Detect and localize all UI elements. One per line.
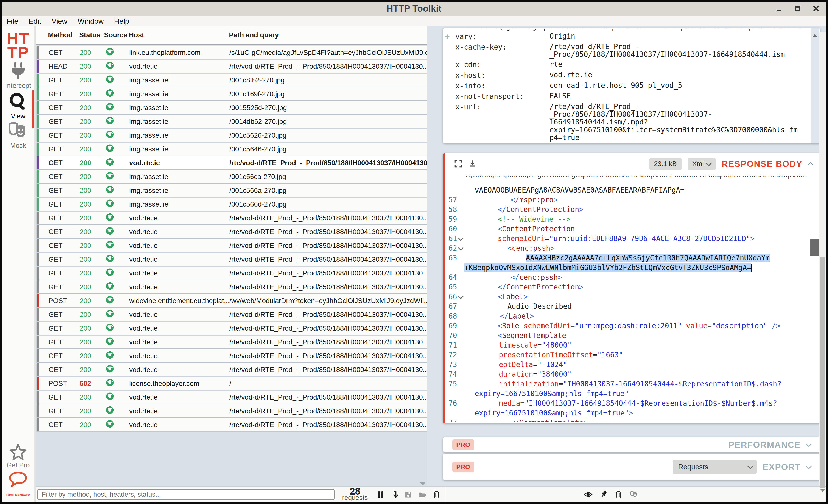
request-row[interactable]: GET 200 vod.rte.ie /rte/vod-d/RTE_Prod_-… <box>37 363 427 376</box>
headers-scrollbar[interactable] <box>811 28 819 143</box>
trash-icon[interactable] <box>433 491 440 499</box>
column-header[interactable]: Method <box>48 31 79 39</box>
eye-icon[interactable] <box>584 491 592 498</box>
request-row[interactable]: GET 200 vod.rte.ie /rte/vod-d/RTE_Prod_-… <box>37 308 427 321</box>
code-line: expiry=1667510100&amp;hls_fmp4=true"> <box>445 408 808 418</box>
request-host: img.rasset.ie <box>129 145 230 153</box>
code-editor[interactable]: mQBhAGQAZQBhAGQAYgBlAGUAZgBqAHkAZwBwAHEA… <box>445 175 808 422</box>
header-row: + vary: Origin <box>443 32 807 41</box>
scroll-down-icon[interactable] <box>390 490 398 499</box>
request-path: /001c56ca-270.jpg <box>230 173 427 181</box>
request-row[interactable]: GET 200 vod.rte.ie /rte/vod-d/RTE_Prod_-… <box>37 156 427 169</box>
request-row[interactable]: GET 200 vod.rte.ie /rte/vod-d/RTE_Prod_-… <box>37 336 427 348</box>
collapse-section-icon[interactable] <box>808 162 813 168</box>
request-row[interactable]: GET 200 vod.rte.ie /rte/vod-d/RTE_Prod_-… <box>37 281 427 293</box>
close-button[interactable] <box>813 5 820 12</box>
request-path: /rte/vod-d/RTE_Prod_-_Prod/850/188/IH000… <box>230 269 427 277</box>
scroll-up-arrow[interactable] <box>813 34 817 37</box>
pin-icon[interactable] <box>600 491 608 499</box>
request-row[interactable]: GET 200 vod.rte.ie /rte/vod-d/RTE_Prod_-… <box>37 211 427 224</box>
line-number: 71 <box>445 340 457 350</box>
format-dropdown[interactable]: Xml <box>688 158 715 170</box>
column-header[interactable]: Status <box>79 31 104 39</box>
export-section[interactable]: PRO Requests EXPORT <box>443 454 820 480</box>
request-status: 200 <box>80 76 105 84</box>
list-scroll-down-arrow[interactable] <box>420 482 426 486</box>
request-row[interactable]: GET 200 vod.rte.ie /rte/vod-d/RTE_Prod_-… <box>37 239 427 252</box>
sidebar-item-intercept[interactable]: Intercept <box>2 62 35 90</box>
column-header[interactable]: Host <box>129 31 229 39</box>
export-type-dropdown[interactable]: Requests <box>673 460 757 474</box>
request-path: /001c5646-270.jpg <box>230 145 427 153</box>
menu-item[interactable]: Window <box>78 17 104 26</box>
sidebar-item-get-pro[interactable]: Get Pro <box>2 443 35 469</box>
request-row[interactable]: GET 200 img.rasset.ie /001c169f-270.jpg <box>37 87 427 100</box>
chrome-icon <box>105 130 129 140</box>
request-row[interactable]: POST 502 license.theoplayer.com / <box>37 377 427 390</box>
performance-section[interactable]: PRO PERFORMANCE <box>443 437 820 452</box>
expand-icon[interactable] <box>454 160 462 168</box>
request-row[interactable]: GET 200 img.rasset.ie /001c5626-270.jpg <box>37 129 427 142</box>
sidebar-item-mock[interactable]: Mock <box>2 122 35 150</box>
request-row[interactable]: GET 200 img.rasset.ie /001c566a-270.jpg <box>37 184 427 197</box>
request-row[interactable]: GET 200 img.rasset.ie /001c5646-270.jpg <box>37 142 427 156</box>
body-size-badge: 23.1 kB <box>650 158 681 170</box>
request-status: 200 <box>80 366 105 374</box>
code-line: 67 Audio Described <box>445 301 808 311</box>
page-scroll-down-arrow[interactable] <box>820 489 825 492</box>
line-number: 76 <box>445 398 457 408</box>
trash-icon[interactable] <box>615 491 622 499</box>
chevron-down-icon[interactable] <box>806 463 812 469</box>
save-icon[interactable] <box>404 491 412 498</box>
page-scrollbar-thumb[interactable] <box>820 257 825 489</box>
filter-input[interactable] <box>37 489 334 500</box>
request-row[interactable]: GET 200 vod.rte.ie /rte/vod-d/RTE_Prod_-… <box>37 349 427 362</box>
request-row[interactable]: GET 200 vod.rte.ie /rte/vod-d/RTE_Prod_-… <box>37 391 427 404</box>
request-row[interactable]: POST 200 widevine.entitlement.eu.theplat… <box>37 294 427 307</box>
masks-icon[interactable] <box>630 491 638 498</box>
request-row[interactable]: GET 200 vod.rte.ie /rte/vod-d/RTE_Prod_-… <box>37 253 427 266</box>
request-status: 200 <box>80 269 105 277</box>
menu-item[interactable]: View <box>51 17 67 26</box>
request-row[interactable]: GET 200 vod.rte.ie /rte/vod-d/RTE_Prod_-… <box>37 418 427 431</box>
request-row[interactable]: HEAD 200 vod.rte.ie /rte/vod-d/RTE_Prod_… <box>37 60 427 73</box>
menu-item[interactable]: Help <box>114 17 129 26</box>
request-method: GET <box>48 352 80 360</box>
code-line: 69 <Role schemeIdUri="urn:mpeg:dash:role… <box>445 321 808 331</box>
pause-icon[interactable] <box>377 490 384 499</box>
menu-item[interactable]: Edit <box>29 17 41 26</box>
chrome-icon <box>105 309 129 320</box>
maximize-button[interactable] <box>794 5 801 12</box>
request-row[interactable]: GET 200 img.rasset.ie /0014db62-270.jpg <box>37 115 427 128</box>
request-row[interactable]: GET 200 vod.rte.ie /rte/vod-d/RTE_Prod_-… <box>37 225 427 238</box>
sidebar-item-view[interactable]: View <box>2 92 35 120</box>
request-row[interactable]: GET 200 img.rasset.ie /0015525d-270.jpg <box>37 101 427 114</box>
chevron-down-icon[interactable] <box>806 441 812 447</box>
fold-chevron-icon[interactable] <box>458 236 463 241</box>
fold-chevron-icon[interactable] <box>458 245 463 251</box>
sidebar-item-give-feedback[interactable]: Give feedback <box>2 471 35 499</box>
request-row[interactable]: GET 200 img.rasset.ie /001c8fb2-270.jpg <box>37 74 427 87</box>
column-header[interactable]: Path and query <box>229 31 427 39</box>
request-row[interactable]: GET 200 vod.rte.ie /rte/vod-d/RTE_Prod_-… <box>37 267 427 280</box>
menu-item[interactable]: File <box>6 17 18 26</box>
request-row[interactable]: GET 200 vod.rte.ie /rte/vod-d/RTE_Prod_-… <box>37 405 427 417</box>
code-scrollbar-thumb[interactable] <box>810 239 819 256</box>
column-header[interactable]: Source <box>104 31 129 39</box>
request-row[interactable]: GET 200 img.rasset.ie /001c56ca-270.jpg <box>37 170 427 183</box>
request-row[interactable]: GET 200 img.rasset.ie /001c566d-270.jpg <box>37 198 427 211</box>
page-scrollbar[interactable] <box>819 32 826 486</box>
request-path: /rte/vod-d/RTE_Prod_-_Prod/850/188/IH000… <box>230 283 427 291</box>
fold-chevron-icon[interactable] <box>458 294 463 299</box>
request-path: /rte/vod-d/RTE_Prod_-_Prod/850/188/IH000… <box>230 352 427 360</box>
request-row[interactable]: GET 200 link.eu.theplatform.com /s/1uC-g… <box>37 46 427 59</box>
expand-header-icon[interactable]: + <box>445 32 450 41</box>
request-path: /rte/vod-d/RTE_Prod_-_Prod/850/188/IH000… <box>230 324 427 332</box>
download-icon[interactable] <box>468 160 477 168</box>
code-line: 62 <cenc:pssh> <box>445 243 808 253</box>
code-line: 73 eptDelta="-1024" <box>445 360 808 369</box>
request-row[interactable]: GET 200 vod.rte.ie /rte/vod-d/RTE_Prod_-… <box>37 322 427 335</box>
chrome-icon <box>105 392 129 402</box>
open-folder-icon[interactable] <box>418 491 427 498</box>
minimize-button[interactable] <box>776 5 783 12</box>
